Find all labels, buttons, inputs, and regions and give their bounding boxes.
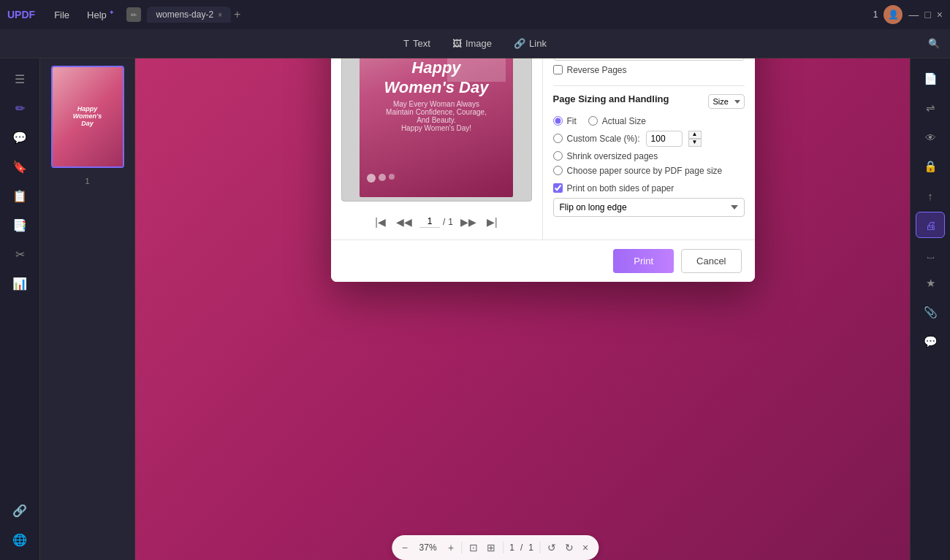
scale-up-btn[interactable]: ▲ (688, 131, 702, 139)
choose-paper-radio[interactable] (553, 166, 563, 175)
link-tool-btn[interactable]: 🔗 Link (514, 38, 547, 49)
dialog-right-panel: Microsoft Print to PDF 🖨 Copies: (543, 58, 755, 239)
page-last-btn[interactable]: ▶| (484, 215, 501, 229)
bottom-divider-1 (461, 542, 462, 553)
right-convert-icon[interactable]: ⇌ (916, 95, 945, 121)
bottom-divider-3 (539, 542, 540, 553)
reverse-pages-row[interactable]: Reverse Pages (553, 65, 745, 75)
zoom-in-btn[interactable]: + (446, 540, 455, 555)
sidebar-item-comments[interactable]: 💬 (5, 124, 34, 150)
choose-paper-radio-label[interactable]: Choose paper source by PDF page size (553, 166, 745, 176)
search-icon: 🔍 (928, 38, 940, 49)
pages-to-print-section: Pages to Print Custom ? Odd or Even Page… (553, 58, 745, 75)
rotate-left-btn[interactable]: ↺ (546, 540, 558, 555)
flower-decoration (367, 174, 395, 183)
cancel-button[interactable]: Cancel (681, 249, 741, 273)
custom-scale-radio-label[interactable]: Custom Scale (%): (553, 134, 640, 144)
minimize-btn[interactable]: — (908, 9, 919, 20)
text-tool-btn[interactable]: T Text (403, 38, 430, 49)
right-share-icon[interactable]: ↑ (916, 183, 945, 209)
search-btn[interactable]: 🔍 (928, 38, 940, 49)
maximize-btn[interactable]: □ (924, 9, 930, 20)
page-number-1: 1 (85, 177, 89, 185)
page-prev-prev-btn[interactable]: ◀◀ (393, 215, 415, 229)
choose-paper-label: Choose paper source by PDF page size (567, 166, 723, 176)
page-sizing-section: Page Sizing and Handling Size (553, 93, 745, 217)
sizing-header: Page Sizing and Handling Size (553, 93, 745, 110)
fit-width-btn[interactable]: ⊡ (468, 540, 479, 555)
fit-radio[interactable] (553, 116, 563, 126)
bottom-bar: − 37% + ⊡ ⊞ 1 / 1 ↺ ↻ × (392, 535, 598, 560)
rotate-right-btn[interactable]: ↻ (563, 540, 575, 555)
custom-scale-input[interactable] (646, 131, 683, 147)
right-print-icon[interactable]: 🖨 (916, 212, 945, 238)
page-indicator: / 1 (419, 215, 453, 228)
fit-label: Fit (567, 116, 577, 126)
scale-down-btn[interactable]: ▼ (688, 139, 702, 147)
page-sep: / (520, 542, 522, 553)
right-sidebar: 📄 ⇌ 👁 🔒 ↑ 🖨 ⎵ ★ 📎 💬 (910, 58, 950, 560)
size-type-select[interactable]: Size (708, 94, 745, 109)
shrink-pages-radio-label[interactable]: Shrink oversized pages (553, 151, 745, 161)
close-bottom-btn[interactable]: × (581, 540, 590, 555)
app-logo: UPDF (7, 9, 35, 20)
custom-scale-radio[interactable] (553, 134, 563, 143)
reverse-pages-label: Reverse Pages (567, 65, 627, 75)
link-icon: 🔗 (514, 38, 525, 49)
right-ocr-icon[interactable]: 👁 (916, 124, 945, 150)
page-first-btn[interactable]: |◀ (372, 215, 389, 229)
dialog-footer: Print Cancel (331, 239, 755, 282)
reverse-pages-checkbox[interactable] (553, 65, 563, 74)
window-close-btn[interactable]: × (937, 9, 943, 20)
page-input[interactable] (419, 215, 440, 228)
topbar: UPDF File Help ✦ ✏ womens-day-2 × + 1 👤 … (0, 0, 950, 29)
page-separator: / (443, 217, 445, 227)
main-area: ☰ ✏ 💬 🔖 📋 📑 ✂ 📊 🔗 🌐 HappyWomen'sDay 1 Ma… (0, 58, 950, 560)
sidebar-item-bookmarks[interactable]: 🔖 (5, 153, 34, 180)
print-button[interactable]: Print (613, 249, 674, 273)
print-both-sides-row[interactable]: Print on both sides of paper (553, 183, 745, 193)
left-sidebar: ☰ ✏ 💬 🔖 📋 📑 ✂ 📊 🔗 🌐 (0, 58, 40, 560)
pdf-thumbnail-1[interactable]: HappyWomen'sDay (51, 66, 124, 168)
right-attachment-icon[interactable]: 📎 (916, 299, 945, 326)
flip-select[interactable]: Flip on long edge (553, 198, 745, 217)
right-ai-icon[interactable]: ★ (916, 270, 945, 296)
zoom-out-btn[interactable]: − (400, 540, 409, 555)
version-badge: 1 (873, 9, 878, 20)
fit-page-btn[interactable]: ⊞ (485, 540, 497, 555)
preview-image: HappyWomen's Day May Every Woman AlwaysM… (360, 58, 513, 197)
avatar[interactable]: 👤 (884, 5, 902, 24)
tab-close-btn[interactable]: × (218, 11, 222, 19)
sidebar-item-translate[interactable]: 🌐 (5, 526, 34, 553)
sidebar-item-share[interactable]: 🔗 (5, 497, 34, 523)
right-compare-icon[interactable]: ⎵ (916, 241, 945, 267)
sidebar-item-pages[interactable]: ☰ (5, 66, 34, 92)
help-menu[interactable]: Help ✦ (81, 6, 121, 23)
sizing-section-title: Page Sizing and Handling (553, 93, 669, 104)
right-pages-icon[interactable]: 📄 (916, 66, 945, 92)
sidebar-item-organize[interactable]: 📑 (5, 212, 34, 238)
right-comment-icon[interactable]: 💬 (916, 329, 945, 355)
actual-size-radio[interactable] (588, 116, 598, 126)
total-pages: 1 (528, 542, 533, 553)
tab-add-btn[interactable]: + (234, 8, 240, 21)
print-dialog: womens-day-2.pdf × Document,Comment,Form… (331, 58, 755, 282)
print-both-sides-checkbox[interactable] (553, 183, 563, 193)
custom-scale-row: Custom Scale (%): ▲ ▼ (553, 131, 745, 147)
file-menu[interactable]: File (48, 7, 75, 23)
current-page: 1 (509, 542, 514, 553)
sidebar-item-forms[interactable]: 📋 (5, 183, 34, 209)
right-protect-icon[interactable]: 🔒 (916, 153, 945, 180)
sidebar-item-extract[interactable]: ✂ (5, 241, 34, 267)
bottom-divider-2 (503, 542, 503, 553)
odd-even-select[interactable]: All Pages in Range (553, 58, 745, 61)
image-tool-btn[interactable]: 🖼 Image (452, 38, 492, 49)
dialog-left-panel: Document,Comment,Form Fields Paper Size:… (331, 58, 543, 239)
page-next-next-btn[interactable]: ▶▶ (457, 215, 479, 229)
sidebar-item-edit[interactable]: ✏ (5, 95, 34, 121)
actual-size-radio-label[interactable]: Actual Size (588, 116, 646, 126)
tab-womens-day[interactable]: womens-day-2 × (147, 7, 231, 23)
shrink-pages-radio[interactable] (553, 151, 563, 161)
fit-radio-label[interactable]: Fit (553, 116, 577, 126)
sidebar-item-compress[interactable]: 📊 (5, 270, 34, 296)
